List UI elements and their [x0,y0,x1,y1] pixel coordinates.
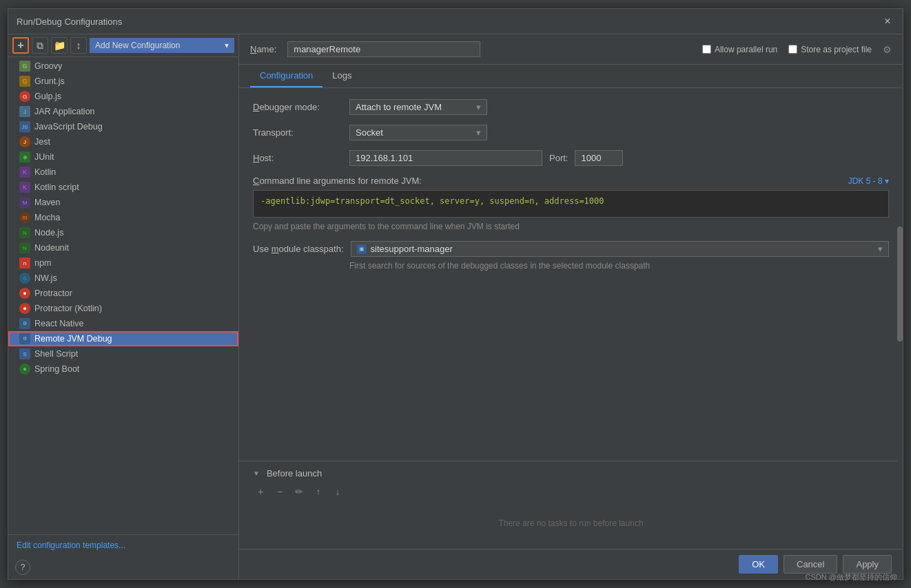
jdk-link[interactable]: JDK 5 - 8 ▾ [848,176,889,186]
before-launch-toolbar: + − ✏ ↑ ↓ [253,484,889,499]
config-label-jsdebug: JavaScript Debug [34,122,103,132]
port-input[interactable] [575,150,623,166]
config-icon-kotlinscript: K [19,182,30,193]
edit-templates-link[interactable]: Edit configuration templates... [8,534,238,556]
name-label: Name: [250,44,276,54]
cancel-button[interactable]: Cancel [784,555,837,574]
debugger-mode-label: Debugger mode: [253,102,342,112]
config-icon-protractorkotlin: ● [19,303,30,314]
tabs-bar: Configuration Logs [239,65,903,88]
dialog-footer: OK Cancel Apply [239,549,903,579]
allow-parallel-checkbox-label[interactable]: Allow parallel run [702,45,777,54]
config-item-npm[interactable]: nnpm [8,255,238,271]
config-item-shellscript[interactable]: SShell Script [8,346,238,361]
sort-config-button[interactable]: ↕ [70,37,87,54]
config-icon-shellscript: S [19,348,30,359]
debugger-mode-dropdown[interactable]: Attach to remote JVM ▾ [349,99,487,115]
close-button[interactable]: × [881,14,894,28]
left-toolbar: + ⧉ 📁 ↕ Add New Configuration ▾ [8,34,238,57]
debugger-mode-row: Debugger mode: Attach to remote JVM ▾ [253,99,889,115]
store-project-checkbox-label[interactable]: Store as project file [788,45,872,54]
config-icon-springboot: ● [19,364,30,375]
config-item-springboot[interactable]: ●Spring Boot [8,361,238,377]
config-icon-nodeunit: N [19,242,30,253]
config-item-kotlin[interactable]: KKotlin [8,165,238,180]
port-label: Port: [549,153,568,163]
right-panel: Name: Allow parallel run Store as projec… [239,34,903,579]
before-launch-up[interactable]: ↑ [311,484,326,499]
config-icon-jar: J [19,106,30,117]
config-label-protractorkotlin: Protractor (Kotlin) [34,304,102,313]
config-item-maven[interactable]: MMaven [8,195,238,210]
config-label-npm: npm [34,258,51,268]
collapse-arrow[interactable]: ▼ [253,470,260,477]
config-item-nodeunit[interactable]: NNodeunit [8,240,238,255]
before-launch-add[interactable]: + [253,484,268,499]
config-item-gruntjs[interactable]: GGrunt.js [8,74,238,89]
config-item-jest[interactable]: JJest [8,134,238,149]
config-item-remotejvm[interactable]: ⚙Remote JVM Debug [8,331,238,346]
right-options: Allow parallel run Store as project file… [702,44,892,55]
config-item-nwjs[interactable]: ○NW.js [8,271,238,286]
before-launch-edit[interactable]: ✏ [291,484,307,499]
name-input[interactable] [287,41,480,57]
module-icon: ▣ [357,244,367,254]
dialog-body: + ⧉ 📁 ↕ Add New Configuration ▾ GGroovyG… [8,34,903,579]
tab-configuration[interactable]: Configuration [250,65,323,87]
before-launch-down[interactable]: ↓ [330,484,345,499]
config-item-nodejs[interactable]: NNode.js [8,225,238,240]
transport-arrow: ▾ [476,127,481,138]
config-icon-protractor: ● [19,288,30,299]
add-new-config-bar[interactable]: Add New Configuration ▾ [90,38,234,53]
scrollbar-track[interactable] [897,88,903,549]
scrollbar-thumb[interactable] [897,227,903,342]
tab-logs[interactable]: Logs [323,65,361,87]
apply-button[interactable]: Apply [843,555,892,574]
config-item-reactnative[interactable]: ⚙React Native [8,316,238,331]
before-launch-remove[interactable]: − [272,484,287,499]
allow-parallel-checkbox[interactable] [702,45,711,54]
config-item-protractor[interactable]: ●Protractor [8,286,238,301]
transport-row: Transport: Socket ▾ [253,125,889,140]
folder-config-button[interactable]: 📁 [51,37,68,54]
config-label-shellscript: Shell Script [34,349,78,359]
config-label-jest: Jest [34,137,50,147]
config-icon-remotejvm: ⚙ [19,333,30,344]
config-label-springboot: Spring Boot [34,364,79,374]
copy-config-button[interactable]: ⧉ [32,37,48,54]
config-item-mocha[interactable]: mMocha [8,210,238,225]
config-item-kotlinscript[interactable]: KKotlin script [8,180,238,195]
help-button[interactable]: ? [15,560,30,575]
right-header: Name: Allow parallel run Store as projec… [239,34,903,65]
config-icon-kotlin: K [19,167,30,178]
config-content: Debugger mode: Attach to remote JVM ▾ Tr… [239,88,903,461]
host-label: Host: [253,153,342,163]
transport-dropdown[interactable]: Socket ▾ [349,125,487,140]
config-item-jar[interactable]: JJAR Application [8,104,238,119]
run-debug-dialog: Run/Debug Configurations × + ⧉ 📁 ↕ Add N… [8,8,903,580]
before-launch-empty: There are no tasks to run before launch [253,505,889,542]
store-project-checkbox[interactable] [788,45,797,54]
config-label-remotejvm: Remote JVM Debug [34,334,112,344]
ok-button[interactable]: OK [739,555,778,574]
config-item-junit[interactable]: ◆JUnit [8,149,238,165]
title-bar: Run/Debug Configurations × [8,9,903,34]
footer-right: OK Cancel Apply [739,555,892,574]
config-label-nodeunit: Nodeunit [34,243,69,253]
config-item-protractorkotlin[interactable]: ●Protractor (Kotlin) [8,301,238,316]
config-label-reactnative: React Native [34,319,84,328]
add-config-button[interactable]: + [12,37,29,54]
config-item-groovy[interactable]: GGroovy [8,59,238,74]
config-item-gulpjs[interactable]: GGulp.js [8,89,238,104]
module-classpath-dropdown[interactable]: ▣ sitesupport-manager ▾ [351,241,889,257]
config-item-jsdebug[interactable]: JSJavaScript Debug [8,119,238,134]
config-icon-nwjs: ○ [19,273,30,284]
gear-icon[interactable]: ⚙ [883,44,892,55]
config-label-protractor: Protractor [34,288,72,298]
dialog-title: Run/Debug Configurations [17,17,122,27]
config-list: GGroovyGGrunt.jsGGulp.jsJJAR Application… [8,57,238,534]
host-input[interactable] [349,150,542,166]
module-classpath-label: Use module classpath: [253,244,344,254]
module-value: sitesupport-manager [371,244,453,254]
config-label-gruntjs: Grunt.js [34,76,65,86]
